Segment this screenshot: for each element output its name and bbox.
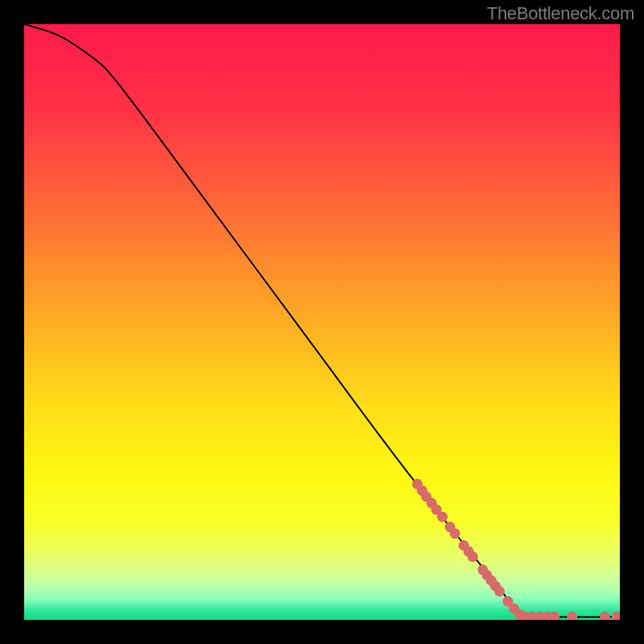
scatter-point xyxy=(450,528,460,539)
scatter-point xyxy=(437,511,448,522)
plot-area xyxy=(24,24,620,620)
scatter-point xyxy=(468,551,478,562)
chart-container: TheBottleneck.com xyxy=(0,0,644,644)
scatter-point xyxy=(494,586,505,597)
chart-svg xyxy=(24,24,620,620)
attribution-label: TheBottleneck.com xyxy=(487,3,634,24)
gradient-background xyxy=(24,24,620,620)
